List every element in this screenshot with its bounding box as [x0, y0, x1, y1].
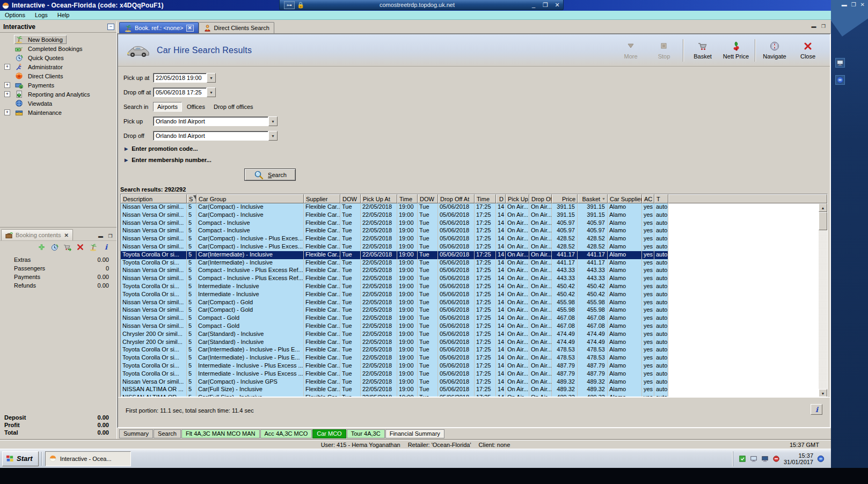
scroll-up-icon[interactable]: ▲ — [819, 203, 827, 212]
dropoff-at-dropdown-icon[interactable]: ▼ — [207, 87, 216, 97]
result-row-12[interactable]: Toyota Corolla Or si...5Intermediate - I… — [121, 291, 827, 299]
info-icon[interactable]: i — [102, 243, 110, 251]
pickup-dropdown-icon[interactable]: ▼ — [268, 116, 278, 126]
column-header-price[interactable]: Price — [552, 194, 578, 203]
result-row-9[interactable]: Nissan Versa Or simil...5Compact - Inclu… — [121, 267, 827, 275]
result-row-8[interactable]: Toyota Corolla Or si...5Car(Intermediate… — [121, 259, 827, 267]
pickup-value[interactable]: Orlando Intl Airport — [153, 116, 268, 126]
expand-plus-icon[interactable]: + — [4, 109, 10, 115]
desktop-shortcut-icon[interactable] — [835, 58, 845, 68]
child-minimize-button[interactable]: ▬ — [809, 23, 818, 31]
start-button[interactable]: Start — [2, 451, 39, 466]
dropoff-combo[interactable]: Orlando Intl Airport ▼ — [153, 131, 278, 141]
delete-icon[interactable] — [76, 243, 84, 251]
menu-item-help[interactable]: Help — [53, 11, 75, 19]
sidebar-item-administrator[interactable]: +Administrator — [0, 62, 116, 71]
result-row-19[interactable]: Toyota Corolla Or si...5Car(Intermediate… — [121, 346, 827, 354]
pin-icon[interactable]: ⊶ — [284, 1, 295, 9]
child-maximize-button[interactable]: ❐ — [819, 23, 828, 31]
search-in-option-airports[interactable]: Airports — [153, 102, 182, 112]
tray-language-icon[interactable] — [817, 455, 825, 463]
column-header-car-supplier[interactable]: Car Supplier — [608, 194, 642, 203]
booking-contents-tab[interactable]: Booking contents ✕ — [1, 229, 73, 240]
move-to-basket-icon[interactable] — [63, 243, 71, 251]
result-row-2[interactable]: Nissan Versa Or simil...5Car(Compact) - … — [121, 211, 827, 219]
tab-close-icon[interactable]: ✕ — [186, 25, 194, 32]
expand-plus-icon[interactable]: + — [4, 91, 10, 97]
rdp-minimize-button[interactable]: _ — [528, 2, 539, 8]
close-button[interactable]: Close — [791, 38, 825, 63]
column-header-drop-off-at[interactable]: Drop Off At — [438, 194, 475, 203]
section-tab-summary[interactable]: Summary — [119, 429, 153, 438]
tray-alert-icon[interactable] — [772, 455, 780, 463]
pickup-at-field[interactable]: 22/05/2018 19:00 ▼ — [153, 73, 216, 83]
booking-panel-maximize-button[interactable]: ❐ — [106, 233, 114, 240]
result-row-23[interactable]: Nissan Versa Or simil...5Car(Compact) - … — [121, 378, 827, 386]
booking-panel-close-icon[interactable]: ✕ — [63, 232, 69, 238]
sidebar-item-viewdata[interactable]: +Viewdata — [0, 99, 116, 108]
column-header-t[interactable]: T — [654, 194, 668, 203]
quick-quote-icon[interactable] — [50, 243, 59, 251]
result-row-18[interactable]: Chrysler 200 Or simil...5Car(Standard) -… — [121, 339, 827, 347]
result-row-17[interactable]: Chrysler 200 Or simil...5Car(Standard) -… — [121, 331, 827, 339]
column-header-pick-up-at[interactable]: Pick Up At — [361, 194, 397, 203]
pickup-at-value[interactable]: 22/05/2018 19:00 — [153, 73, 207, 83]
column-header-time[interactable]: Time — [397, 194, 418, 203]
result-row-10[interactable]: Nissan Versa Or simil...5Compact - Inclu… — [121, 275, 827, 283]
result-row-24[interactable]: NISSAN ALTIMA OR ...5Car(Full Size) - In… — [121, 386, 827, 394]
result-row-11[interactable]: Toyota Corolla Or si...5Intermediate - I… — [121, 283, 827, 291]
sidebar-item-reporting-and-analytics[interactable]: +Reporting and Analytics — [0, 90, 116, 99]
column-header-d[interactable]: D — [496, 194, 506, 203]
navigate-button[interactable]: Navigate — [758, 38, 791, 63]
column-header-ac[interactable]: AC — [642, 194, 654, 203]
search-in-option-drop-off-offices[interactable]: Drop off offices — [210, 102, 257, 111]
result-row-21[interactable]: Toyota Corolla Or si...5Intermediate - I… — [121, 362, 827, 370]
basket-button[interactable]: Basket — [686, 38, 719, 63]
section-tab-acc-4a-3c-mco[interactable]: Acc 4A,3C MCO — [260, 429, 312, 438]
result-row-4[interactable]: Nissan Versa Or simil...5Compact - Inclu… — [121, 227, 827, 235]
info-button[interactable]: i — [811, 404, 822, 415]
column-header-s[interactable]: S — [187, 194, 196, 203]
add-icon[interactable] — [38, 243, 46, 251]
outer-close-button[interactable]: ✕ — [860, 2, 865, 8]
section-tab-search[interactable]: Search — [154, 429, 181, 438]
column-header-basket[interactable]: Basket▼ — [578, 194, 608, 203]
dropoff-at-field[interactable]: 05/06/2018 17:25 ▼ — [153, 87, 216, 97]
result-row-1[interactable]: Nissan Versa Or simil...5Car(Compact) - … — [121, 203, 827, 211]
sidebar-item-direct-clients[interactable]: +Direct Clients — [0, 71, 116, 80]
pickup-at-dropdown-icon[interactable]: ▼ — [207, 73, 216, 83]
result-row-13[interactable]: Nissan Versa Or simil...5Car(Compact) - … — [121, 299, 827, 307]
tray-network-icon[interactable] — [750, 455, 757, 463]
section-tab-financial-summary[interactable]: Financial Summary — [385, 429, 444, 438]
result-row-15[interactable]: Nissan Versa Or simil...5Compact - GoldF… — [121, 314, 827, 322]
tray-status-icon[interactable] — [739, 455, 746, 463]
result-row-20[interactable]: Toyota Corolla Or si...5Car(Intermediate… — [121, 354, 827, 362]
document-tab-1[interactable]: Book. ref.: <none>✕ — [119, 22, 199, 33]
sidebar-item-maintenance[interactable]: +Maintenance — [0, 108, 116, 117]
expand-plus-icon[interactable]: + — [4, 82, 10, 88]
section-tab-flt-4a-3c-man-mco-man[interactable]: Flt 4A,3C MAN MCO MAN — [181, 429, 260, 438]
column-header-dow[interactable]: DOW — [340, 194, 361, 203]
desktop-shortcut-icon[interactable] — [835, 75, 845, 85]
column-header-time[interactable]: Time — [475, 194, 496, 203]
dropoff-at-value[interactable]: 05/06/2018 17:25 — [153, 87, 207, 97]
column-header-drop-off[interactable]: Drop Off — [529, 194, 552, 203]
sidebar-collapse-button[interactable]: − — [107, 24, 114, 30]
column-header-car-group[interactable]: Car Group — [196, 194, 304, 203]
promotion-code-expander[interactable]: ▶ Enter promotion code... — [125, 145, 830, 152]
sidebar-item-completed-bookings[interactable]: +Completed Bookings — [0, 44, 116, 53]
result-row-22[interactable]: Toyota Corolla Or si...5Intermediate - I… — [121, 370, 827, 378]
taskbar-task-button[interactable]: Interactive - Ocea... — [45, 451, 131, 466]
column-header-dow[interactable]: DOW — [418, 194, 438, 203]
result-row-16[interactable]: Nissan Versa Or simil...5Compact - GoldF… — [121, 322, 827, 331]
membership-number-expander[interactable]: ▶ Enter membership number... — [125, 157, 830, 163]
tray-remote-icon[interactable] — [761, 455, 769, 463]
sidebar-item-quick-quotes[interactable]: +Quick Quotes — [0, 53, 116, 62]
outer-maximize-button[interactable]: ❐ — [851, 2, 856, 8]
result-row-7[interactable]: Toyota Corolla Or si...5Car(Intermediate… — [121, 251, 827, 259]
dropoff-value[interactable]: Orlando Intl Airport — [153, 131, 268, 141]
menu-item-logs[interactable]: Logs — [30, 11, 53, 19]
nett-price-button[interactable]: Nett Price — [719, 38, 753, 63]
dropoff-dropdown-icon[interactable]: ▼ — [268, 131, 278, 141]
expand-plus-icon[interactable]: + — [4, 64, 10, 70]
